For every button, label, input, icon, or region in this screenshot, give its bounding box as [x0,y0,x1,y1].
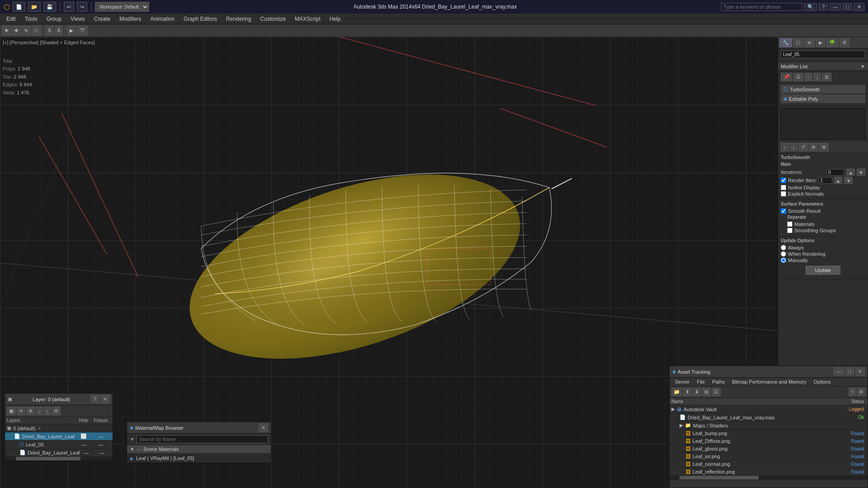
smooth-result-check[interactable] [781,208,786,214]
layer-row-dried[interactable]: 📄 Dried_Bay_Laurel_Leaf ⬜ — [5,432,113,441]
rp-icon-create[interactable]: ⬡ [793,38,803,47]
menu-item-group[interactable]: Group [42,15,66,23]
rp-list-btn[interactable]: ☰ [793,73,803,81]
asset-tb2[interactable]: ⬆ [683,388,692,396]
asset-menu-paths[interactable]: Paths [708,379,728,385]
tb-angle-snap[interactable]: A [55,26,63,36]
layer-row-dried2[interactable]: 📄 Dried_Bay_Laurel_Leaf — — [5,449,113,457]
menu-item-help[interactable]: Help [325,15,345,23]
rp-pin-btn[interactable]: 📌 [781,73,793,81]
render-iters-down[interactable]: ▼ [844,177,853,184]
rp-icon-e[interactable]: ⊕ [819,143,829,151]
layer-tb-icon4[interactable]: ↓ [36,407,43,415]
menu-item-views[interactable]: Views [66,15,90,23]
menu-item-rendering[interactable]: Rendering [222,15,255,23]
modifier-turbosmooth[interactable]: ⬡ TurboSmooth [781,85,865,94]
asset-menu-bitmap[interactable]: Bitmap Performance and Memory [728,379,810,385]
asset-row-maps[interactable]: ▶ 📁 Maps / Shaders [670,422,868,430]
layer-tb-icon2[interactable]: ✕ [17,407,25,415]
asset-row-normal[interactable]: 🖼 Leaf_normal.png Found [670,460,868,468]
asset-tb5[interactable]: ☰ [712,388,721,396]
asset-row-glossi[interactable]: 🖼 Leaf_glossi.png Found [670,445,868,453]
search-input[interactable] [721,3,802,11]
menu-item-tools[interactable]: Tools [20,15,42,23]
asset-menu-file[interactable]: File [693,379,708,385]
rp-icon-motion[interactable]: ▶ [816,38,825,47]
iterations-down[interactable]: ▼ [857,169,865,176]
toolbar-open[interactable]: 📂 [28,2,41,12]
layer-tb-icon3[interactable]: ⊕ [26,407,35,415]
tb-render-frame[interactable]: 🎬 [77,26,88,36]
mat-search-input[interactable] [137,435,268,443]
always-radio[interactable] [781,245,786,250]
tb-scale[interactable]: ⬡ [32,26,41,36]
asset-row-diffuse[interactable]: 🖼 Leaf_Diffuse.png Found [670,437,868,445]
rp-icon-d[interactable]: ⊗ [809,143,818,151]
materials-check[interactable] [787,221,793,227]
workspace-select[interactable]: Workspace: Default [95,2,149,12]
object-name-input[interactable] [781,51,865,58]
rp-settings-btn[interactable]: ⊞ [822,73,831,81]
layer-row-default[interactable]: ▣ 0 (default) ✓ [5,424,113,432]
layer-row-leaf05[interactable]: ⬡ Leaf_05 — — [5,441,113,449]
layer-tb-icon6[interactable]: ⚙ [52,407,61,415]
tb-move[interactable]: ✤ [12,26,21,36]
asset-tb-settings[interactable]: ⚙ [857,388,866,396]
maximize-btn[interactable]: □ [843,3,852,10]
asset-row-bump[interactable]: 🖼 Leaf_bump.png Found [670,430,868,437]
asset-tb-help[interactable]: ? [849,388,856,396]
rp-icon-hierarchy[interactable]: 🌳 [826,38,838,47]
asset-row-vault[interactable]: ▶ 🏛 Autodesk Vault Logged [670,405,868,413]
toolbar-new[interactable]: 📄 [13,2,25,12]
menu-item-modifiers[interactable]: Modifiers [115,15,146,23]
iterations-input[interactable] [826,169,844,176]
close-btn[interactable]: ✕ [854,3,864,11]
render-iters-up[interactable]: ▲ [834,177,843,184]
tb-rotate[interactable]: ↻ [22,26,31,36]
menu-item-customize[interactable]: Customize [255,15,290,23]
manually-radio[interactable] [781,258,786,263]
layer-tb-icon5[interactable]: ↑ [44,407,51,415]
menu-item-animation[interactable]: Animation [146,15,179,23]
asset-scrollbar[interactable] [670,476,868,479]
toolbar-redo[interactable]: ↪ [77,2,87,12]
mat-leaf-item[interactable]: ◈ Leaf ( VRayMtl ) [Leaf_05] [127,454,271,463]
asset-min-btn[interactable]: — [834,367,844,375]
rp-icon-display[interactable]: 👁 [804,38,815,47]
update-button[interactable]: Update [806,266,840,275]
rp-icon-utilities[interactable]: ⚙ [840,38,849,47]
rp-icon-modify[interactable]: 🔧 [780,38,792,47]
asset-menu-options[interactable]: Options [810,379,835,385]
menu-item-edit[interactable]: Edit [2,15,20,23]
asset-close-btn[interactable]: ✕ [855,367,865,376]
asset-row-maxfile[interactable]: 📄 Dried_Bay_Laurel_Leaf_max_vray.max Ok [670,413,868,422]
asset-tb3[interactable]: ⬇ [693,388,701,396]
asset-row-ior[interactable]: 🖼 Leaf_ior.png Found [670,453,868,460]
mat-close-btn[interactable]: ✕ [259,423,268,432]
tb-snap[interactable]: S [45,26,54,36]
rp-move-up-btn[interactable]: ↑ [804,73,812,81]
render-iters-check[interactable] [781,178,786,183]
modifier-editable-poly[interactable]: ◈ Editable Poly [781,94,865,103]
when-rendering-radio[interactable] [781,251,786,257]
tb-render[interactable]: ▶ [67,26,76,36]
rp-icon-c[interactable]: ↺ [798,143,808,151]
tb-select[interactable]: ✥ [2,26,11,36]
viewport-3d[interactable]: [+] [Perspective] [Shaded + Edged Faces]… [0,37,778,488]
render-iters-input[interactable] [819,177,832,184]
smoothing-groups-check[interactable] [787,228,793,233]
menu-item-graph-editors[interactable]: Graph Editors [179,15,222,23]
toolbar-save[interactable]: 💾 [43,2,56,12]
layer-help-btn[interactable]: ? [91,395,99,403]
iterations-up[interactable]: ▲ [846,169,855,176]
isoline-check[interactable] [781,185,786,190]
rp-move-down-btn[interactable]: ↓ [813,73,821,81]
layer-scroll-bar[interactable] [5,457,113,460]
layer-close-btn[interactable]: ✕ [100,395,110,404]
mat-scene-materials-header[interactable]: ▼ — Scene Materials [127,445,271,454]
toolbar-undo[interactable]: ↩ [64,2,74,12]
minimize-btn[interactable]: — [830,3,841,10]
search-btn[interactable]: 🔍 [804,3,817,11]
asset-tb4[interactable]: ⊞ [702,388,711,396]
layer-tb-icon1[interactable]: ▣ [7,407,16,415]
